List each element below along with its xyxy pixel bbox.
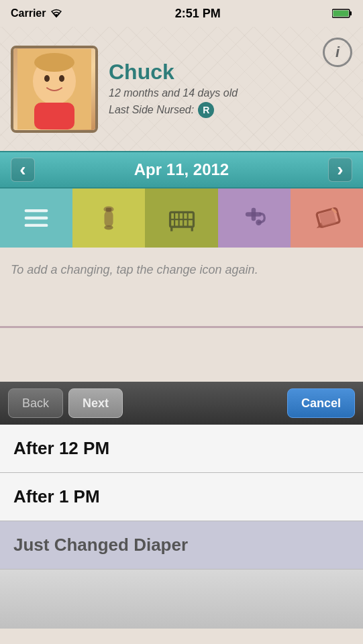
- cancel-button[interactable]: Cancel: [287, 388, 355, 418]
- battery-area: [332, 8, 352, 19]
- edit-icon: [311, 202, 343, 234]
- svg-rect-11: [25, 224, 48, 227]
- crib-icon: [166, 202, 198, 234]
- svg-rect-13: [105, 211, 113, 227]
- svg-rect-9: [25, 209, 48, 212]
- back-button[interactable]: Back: [8, 388, 63, 418]
- content-spacer: [0, 328, 363, 382]
- svg-rect-25: [246, 212, 262, 217]
- menu-tab[interactable]: [0, 189, 72, 248]
- next-button[interactable]: Next: [68, 388, 123, 418]
- svg-point-26: [256, 219, 262, 225]
- svg-rect-2: [333, 11, 348, 17]
- avatar: [13, 48, 95, 130]
- picker-item-2[interactable]: Just Changed Diaper: [0, 521, 363, 570]
- nursed-side-badge: R: [198, 102, 214, 118]
- svg-point-15: [105, 225, 113, 230]
- diaper-tab[interactable]: [218, 189, 291, 248]
- bottle-icon: [93, 202, 125, 234]
- svg-rect-10: [25, 217, 48, 219]
- bottle-tab[interactable]: [72, 189, 145, 248]
- main-content: To add a changing, tap the change icon a…: [0, 248, 363, 328]
- picker-item-3: [0, 570, 363, 629]
- wifi-icon: [50, 8, 63, 19]
- carrier-label: Carrier: [11, 7, 63, 19]
- icon-bar: [0, 189, 363, 248]
- last-nursed: Last Side Nursed: R: [109, 102, 352, 118]
- crib-tab[interactable]: [145, 189, 217, 248]
- hint-text: To add a changing, tap the change icon a…: [11, 261, 352, 279]
- svg-point-8: [34, 53, 74, 72]
- baby-name: Chuck: [109, 60, 352, 85]
- next-date-button[interactable]: ›: [328, 158, 352, 182]
- avatar-frame: [11, 46, 98, 133]
- svg-point-6: [59, 75, 64, 82]
- menu-icon: [20, 202, 52, 234]
- svg-rect-1: [350, 11, 352, 15]
- diaper-icon: [238, 202, 270, 234]
- info-button[interactable]: i: [323, 38, 352, 67]
- header-info: Chuck 12 months and 14 days old Last Sid…: [109, 60, 352, 118]
- current-date: Apr 11, 2012: [134, 160, 229, 179]
- picker-item-1[interactable]: After 1 PM: [0, 473, 363, 521]
- last-nursed-label: Last Side Nursed:: [109, 104, 194, 116]
- svg-rect-14: [106, 208, 112, 211]
- bottom-toolbar: Back Next Cancel: [0, 382, 363, 425]
- header: Chuck 12 months and 14 days old Last Sid…: [0, 27, 363, 151]
- picker-item-0[interactable]: After 12 PM: [0, 425, 363, 473]
- svg-rect-7: [34, 103, 74, 129]
- battery-icon: [332, 8, 352, 19]
- picker-container: After 12 PM After 1 PM Just Changed Diap…: [0, 425, 363, 629]
- baby-age: 12 months and 14 days old: [109, 87, 352, 99]
- time-display: 2:51 PM: [175, 7, 221, 21]
- date-nav: ‹ Apr 11, 2012 ›: [0, 151, 363, 189]
- baby-photo: [17, 49, 91, 129]
- prev-date-button[interactable]: ‹: [11, 158, 35, 182]
- carrier-text: Carrier: [11, 7, 46, 19]
- edit-tab[interactable]: [291, 189, 363, 248]
- status-bar: Carrier 2:51 PM: [0, 0, 363, 27]
- svg-point-5: [44, 75, 50, 82]
